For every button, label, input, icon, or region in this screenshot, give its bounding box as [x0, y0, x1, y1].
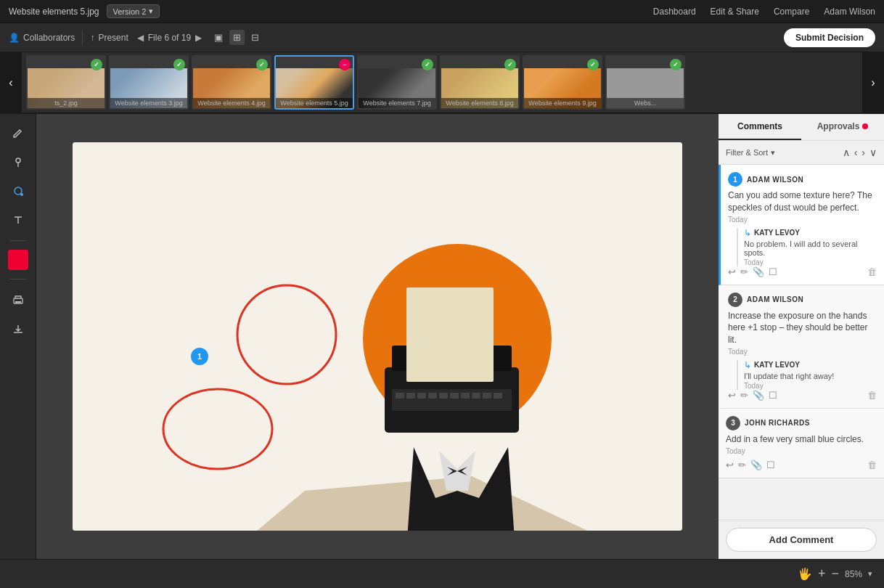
check-icon: ✓ — [425, 61, 430, 68]
collapse-panel-button[interactable]: ∧ — [843, 147, 850, 158]
attach-button-2[interactable]: 📎 — [753, 390, 764, 401]
compare-link[interactable]: Compare — [774, 7, 809, 17]
present-button[interactable]: ↑ Present — [90, 33, 128, 43]
thumb-badge-6: ✓ — [504, 59, 516, 70]
collaborators-button[interactable]: 👤 Collaborators — [9, 33, 75, 43]
chevron-left-icon: ‹ — [9, 76, 12, 89]
delete-button-2[interactable]: 🗑 — [867, 390, 877, 401]
tab-comments[interactable]: Comments — [719, 114, 801, 140]
zoom-level: 85% — [845, 569, 862, 579]
comment-thread-2: 2 ADAM WILSON Increase the exposure on t… — [719, 285, 884, 409]
thumb-label-1: ts_2.jpg — [28, 98, 105, 108]
prev-file-button[interactable]: ◀ — [137, 33, 144, 43]
thumb-1[interactable]: ✓ ts_2.jpg — [26, 55, 106, 110]
comment-thread-1: 1 ADAM WILSON Can you add some texture h… — [719, 165, 884, 285]
thumb-8[interactable]: ✓ Webs... — [605, 55, 685, 110]
attach-button-1[interactable]: 📎 — [753, 266, 764, 277]
svg-rect-23 — [461, 393, 470, 399]
print-button[interactable] — [7, 288, 30, 311]
edit-button-1[interactable]: ✏ — [740, 266, 748, 277]
tab-approvals[interactable]: Approvals — [801, 114, 884, 140]
download-button[interactable] — [7, 317, 30, 340]
svg-rect-21 — [439, 393, 448, 399]
thumb-badge-1: ✓ — [91, 59, 102, 70]
single-view-button[interactable]: ▣ — [210, 30, 226, 45]
next-file-button[interactable]: ▶ — [195, 33, 202, 43]
zoom-out-button[interactable]: − — [831, 566, 839, 581]
thumb-badge-7: ✓ — [587, 59, 599, 70]
comment-num-1: 1 — [728, 172, 742, 187]
present-label: Present — [98, 33, 128, 43]
reply-button-1[interactable]: ↩ — [728, 266, 736, 277]
comment-actions-2: ↩ ✏ 📎 ☐ 🗑 — [728, 390, 877, 401]
pin-tool-button[interactable] — [7, 150, 30, 173]
comment-actions-3: ↩ ✏ 📎 ☐ 🗑 — [726, 460, 877, 470]
zoom-in-button[interactable]: + — [818, 566, 826, 581]
reply-header-2: ↳ KATY LEVOY — [744, 360, 877, 370]
edit-button-3[interactable]: ✏ — [738, 460, 746, 470]
filmstrip-prev-button[interactable]: ‹ — [0, 52, 22, 113]
thumb-3[interactable]: ✓ Website elements 4.jpg — [192, 55, 271, 110]
filter-sort-button[interactable]: Filter & Sort ▾ — [726, 148, 775, 158]
svg-point-0 — [16, 158, 20, 163]
reply-header-1: ↳ KATY LEVOY — [744, 228, 877, 238]
svg-rect-16 — [392, 389, 512, 411]
next-comment-button[interactable]: › — [862, 147, 865, 158]
check-button-1[interactable]: ☐ — [769, 266, 777, 277]
pencil-tool-button[interactable] — [7, 121, 30, 144]
expand-panel-button[interactable]: ∨ — [869, 147, 877, 158]
chevron-right-icon: › — [871, 76, 875, 89]
bottom-bar: 🖐 + − 85% ▾ — [0, 559, 884, 588]
circle-tool-button[interactable] — [7, 179, 30, 203]
grid-view-button[interactable]: ⊞ — [229, 30, 245, 45]
reply-button-2[interactable]: ↩ — [728, 390, 736, 401]
hand-tool-button[interactable]: 🖐 — [798, 567, 812, 581]
version-label: Version 2 — [113, 7, 147, 16]
version-selector[interactable]: Version 2 ▾ — [107, 4, 160, 18]
prev-comment-button[interactable]: ‹ — [854, 147, 858, 158]
dashboard-link[interactable]: Dashboard — [653, 7, 696, 17]
svg-rect-18 — [406, 393, 415, 399]
thumb-7[interactable]: ✓ Website elements 9.jpg — [523, 55, 602, 110]
thumb-6[interactable]: ✓ Website elements 8.jpg — [440, 55, 520, 110]
thumb-label-5: Website elements 7.jpg — [359, 98, 435, 108]
check-icon: ✓ — [176, 61, 182, 68]
thumb-4-active[interactable]: – Website elements 5.jpg — [274, 55, 354, 110]
reply-text-1: No problem. I will add to several spots. — [744, 240, 877, 257]
delete-button-1[interactable]: 🗑 — [867, 266, 877, 277]
edit-button-2[interactable]: ✏ — [740, 390, 748, 401]
thumb-badge-2: ✓ — [173, 59, 185, 70]
view-mode-controls: ▣ ⊞ ⊟ — [210, 30, 263, 45]
check-button-3[interactable]: ☐ — [766, 460, 775, 470]
check-icon: ✓ — [590, 61, 596, 68]
svg-point-2 — [20, 193, 23, 196]
thumb-label-8: Webs... — [607, 98, 684, 108]
file-title: Website elements 5.jpg — [9, 7, 99, 17]
svg-rect-19 — [417, 393, 426, 399]
comment-text-1: Can you add some texture here? The speck… — [728, 189, 877, 214]
thumb-2[interactable]: ✓ Website elements 3.jpg — [109, 55, 189, 110]
toolbar: 👤 Collaborators ↑ Present ◀ File 6 of 19… — [0, 23, 884, 52]
color-swatch-button[interactable] — [8, 250, 28, 270]
text-tool-button[interactable] — [7, 208, 30, 232]
filter-bar: Filter & Sort ▾ ∧ ‹ › ∨ — [719, 141, 884, 165]
thumb-5[interactable]: ✓ Website elements 7.jpg — [357, 55, 437, 110]
attach-button-3[interactable]: 📎 — [750, 460, 762, 470]
reply-button-3[interactable]: ↩ — [726, 460, 734, 470]
reply-author-1: KATY LEVOY — [754, 229, 800, 237]
submit-decision-button[interactable]: Submit Decision — [784, 28, 875, 47]
edit-share-link[interactable]: Edit & Share — [711, 7, 759, 17]
delete-button-3[interactable]: 🗑 — [867, 460, 877, 470]
zoom-dropdown-icon[interactable]: ▾ — [868, 569, 872, 579]
check-button-2[interactable]: ☐ — [769, 390, 777, 401]
comment-header-2: 2 ADAM WILSON — [728, 293, 877, 307]
tool-divider — [9, 240, 27, 241]
thumb-label-7: Website elements 9.jpg — [524, 98, 601, 108]
filmstrip-next-button[interactable]: › — [862, 52, 884, 113]
add-comment-button[interactable]: Add Comment — [726, 528, 877, 552]
tool-divider-2 — [9, 279, 27, 279]
top-bar-left: Website elements 5.jpg Version 2 ▾ — [9, 4, 160, 18]
filmstrip-view-button[interactable]: ⊟ — [247, 30, 263, 45]
comment-author-1: ADAM WILSON — [747, 176, 803, 184]
svg-rect-17 — [396, 393, 404, 399]
